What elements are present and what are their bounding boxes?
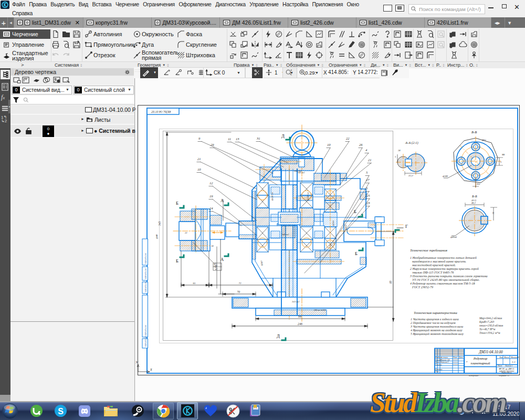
svg-text:ф25к6: ф25к6 bbox=[332, 220, 334, 226]
svg-text:Т.контр.: Т.контр. bbox=[435, 364, 442, 366]
svg-text:10: 10 bbox=[327, 143, 331, 146]
svg-text:10: 10 bbox=[197, 167, 201, 171]
svg-text:Копосов Г.: Копосов Г. bbox=[440, 361, 449, 363]
svg-text:3 Плоскость разъема покрыть то: 3 Плоскость разъема покрыть тонким слоем… bbox=[410, 275, 488, 278]
svg-text:3 Частота вращения тихоходного: 3 Частота вращения тихоходного вала bbox=[410, 325, 463, 328]
svg-text:Мкр=944,2 об/мин: Мкр=944,2 об/мин bbox=[479, 317, 502, 320]
svg-text:Техническая характеристика: Техническая характеристика bbox=[414, 311, 458, 314]
svg-text:27: 27 bbox=[366, 178, 370, 182]
svg-text:14: 14 bbox=[492, 212, 495, 214]
svg-text:12: 12 bbox=[209, 181, 213, 185]
svg-text:Дата: Дата bbox=[458, 356, 463, 359]
svg-text:13: 13 bbox=[236, 137, 239, 141]
svg-text:находящиеся в масляной ванне к: находящиеся в масляной ванне красить bbox=[412, 260, 466, 263]
svg-text:70: 70 bbox=[237, 290, 240, 293]
svg-text:л: л bbox=[466, 360, 467, 363]
svg-text:22: 22 bbox=[346, 136, 350, 140]
svg-text:М8: М8 bbox=[501, 153, 505, 156]
svg-text:Формат А1: Формат А1 bbox=[499, 374, 509, 377]
svg-text:Б: Б bbox=[355, 251, 358, 256]
svg-text:nтих=130,0 об/мин: nтих=130,0 об/мин bbox=[479, 324, 503, 327]
svg-text:ф4.5: ф4.5 bbox=[482, 139, 486, 141]
svg-text:ф2Н7: ф2Н7 bbox=[260, 260, 263, 266]
svg-text:22: 22 bbox=[185, 232, 187, 234]
svg-text:Д: Д bbox=[281, 133, 285, 139]
svg-text:31: 31 bbox=[256, 136, 260, 140]
svg-text:ф45к6: ф45к6 bbox=[450, 236, 457, 238]
svg-text:Подп.: Подп. bbox=[453, 356, 458, 359]
svg-text:планетарный: планетарный bbox=[471, 361, 491, 365]
svg-text:Технические требования: Технические требования bbox=[410, 248, 447, 252]
svg-text:23: 23 bbox=[366, 201, 370, 205]
svg-text:Вирпа 88г.щ: Вирпа 88г.щ bbox=[502, 372, 512, 374]
svg-text:25: 25 bbox=[366, 194, 370, 197]
svg-text:246: 246 bbox=[298, 322, 302, 326]
svg-text:ф38к6: ф38к6 bbox=[345, 225, 347, 230]
svg-text:Ттих=334,2 м*м: Ттих=334,2 м*м bbox=[479, 331, 500, 334]
svg-text:ф48: ф48 bbox=[155, 234, 158, 239]
svg-text:20.10 Ю 7б(Х8: 20.10 Ю 7б(Х8 bbox=[151, 110, 171, 114]
svg-text:2х45 вк2: 2х45 вк2 bbox=[281, 233, 289, 236]
svg-text:1 Необработанные поверхности л: 1 Необработанные поверхности литых детал… bbox=[410, 256, 477, 259]
svg-text:Н.контр.: Н.контр. bbox=[435, 369, 443, 371]
svg-text:ф30Н7/к6: ф30Н7/к6 bbox=[307, 192, 309, 201]
svg-text:УТ-34 ГОСТ 24245-80 при оконча: УТ-34 ГОСТ 24245-80 при окончательной сб… bbox=[412, 278, 480, 281]
svg-text:19: 19 bbox=[209, 194, 213, 198]
svg-text:Копировал: Копировал bbox=[468, 374, 478, 377]
svg-text:ДМ31-04.10.00: ДМ31-04.10.00 bbox=[478, 350, 503, 354]
svg-text:5 Вращающий момент тихоходном: 5 Вращающий момент тихоходном валу bbox=[411, 332, 464, 335]
svg-text:№ докум.: № докум. bbox=[440, 356, 448, 359]
svg-text:26: 26 bbox=[359, 143, 363, 146]
svg-text:НВ.МЗ.Об: НВ.МЗ.Об bbox=[144, 268, 147, 279]
svg-text:24: 24 bbox=[209, 206, 213, 210]
svg-text:Б: Б bbox=[176, 258, 178, 264]
svg-text:21: 21 bbox=[368, 158, 372, 162]
svg-text:А-А (2:1): А-А (2:1) bbox=[405, 141, 418, 145]
svg-text:4 Редуктор залить смазочным ма: 4 Редуктор залить смазочным маслом ТМ-5-… bbox=[410, 282, 475, 285]
svg-text:Лист: Лист bbox=[497, 365, 502, 367]
svg-text:2 Наружные поверхности картера: 2 Наружные поверхности картера красить с… bbox=[410, 267, 479, 270]
svg-text:Тв=46,7 Н*м: Тв=46,7 Н*м bbox=[479, 328, 496, 331]
svg-text:Б: Б bbox=[354, 209, 356, 214]
svg-text:Листов 1: Листов 1 bbox=[505, 365, 513, 367]
svg-text:2х15 вк2: 2х15 вк2 bbox=[292, 300, 299, 303]
svg-text:Утв.: Утв. bbox=[435, 371, 439, 373]
svg-text:29: 29 bbox=[211, 143, 214, 146]
svg-text:Г: Г bbox=[405, 224, 408, 229]
svg-text:А: А bbox=[220, 198, 224, 203]
svg-text:345: 345 bbox=[158, 222, 161, 227]
svg-text:А: А bbox=[220, 257, 224, 262]
svg-text:Лит.: Лит. bbox=[499, 356, 503, 359]
svg-text:Б: Б bbox=[176, 201, 178, 206]
svg-text:200 мк №920: 200 мк №920 bbox=[314, 309, 326, 311]
svg-text:НВ.МЗ.Об: НВ.МЗ.Об bbox=[144, 253, 147, 264]
svg-text:КрвВ=7,263: КрвВ=7,263 bbox=[479, 320, 494, 323]
svg-text:Редуктор: Редуктор bbox=[473, 356, 487, 360]
svg-text:4 Вращающий момент на входном: 4 Вращающий момент на входном валу bbox=[411, 329, 463, 332]
svg-text:21: 21 bbox=[197, 157, 201, 161]
svg-text:X: X bbox=[150, 368, 152, 371]
svg-text:Масштаб: Масштаб bbox=[510, 356, 519, 359]
svg-text:11: 11 bbox=[228, 137, 231, 141]
svg-text:НВ.МЗ.Об: НВ.МЗ.Об bbox=[144, 281, 147, 292]
svg-text:S: S bbox=[58, 407, 64, 416]
svg-text:24: 24 bbox=[398, 149, 401, 152]
svg-text:65: 65 bbox=[193, 282, 196, 285]
svg-text:1 Частота вращения в ходного в: 1 Частота вращения в ходного вала bbox=[411, 318, 459, 321]
svg-text:маслостойкой красной краской.: маслостойкой красной краской. bbox=[412, 264, 456, 267]
svg-text:Пров.: Пров. bbox=[435, 361, 440, 363]
svg-text:В-В: В-В bbox=[471, 130, 477, 134]
svg-text:Юб: Юб bbox=[476, 183, 480, 185]
svg-text:эмалью ПФ-115 ГОСТ 6465-76: эмалью ПФ-115 ГОСТ 6465-76 bbox=[412, 271, 454, 274]
svg-text:94: 94 bbox=[298, 315, 301, 318]
svg-text:2х45 вк2: 2х45 вк2 bbox=[294, 170, 301, 172]
svg-text:ГОСТ 23652-79: ГОСТ 23652-79 bbox=[412, 286, 433, 289]
svg-text:2 Передаваемое число на ведуще: 2 Передаваемое число на ведущем bbox=[411, 321, 456, 324]
svg-text:НВ.МЗ.Об: НВ.МЗ.Об bbox=[144, 336, 147, 347]
svg-text:ф62Н7/к6: ф62Н7/к6 bbox=[271, 192, 274, 201]
svg-text:Д: Д bbox=[277, 333, 280, 339]
svg-text:1:1: 1:1 bbox=[512, 361, 516, 363]
svg-text:Б-Б: Б-Б bbox=[471, 194, 477, 198]
svg-text:72: 72 bbox=[239, 282, 242, 285]
svg-text:ф240: ф240 bbox=[443, 175, 448, 177]
